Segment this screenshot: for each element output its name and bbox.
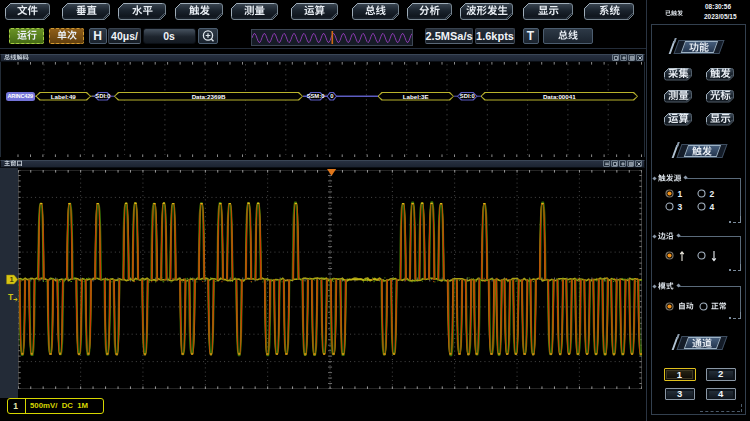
svg-text:1: 1	[9, 275, 13, 284]
svg-text:T: T	[8, 292, 14, 302]
